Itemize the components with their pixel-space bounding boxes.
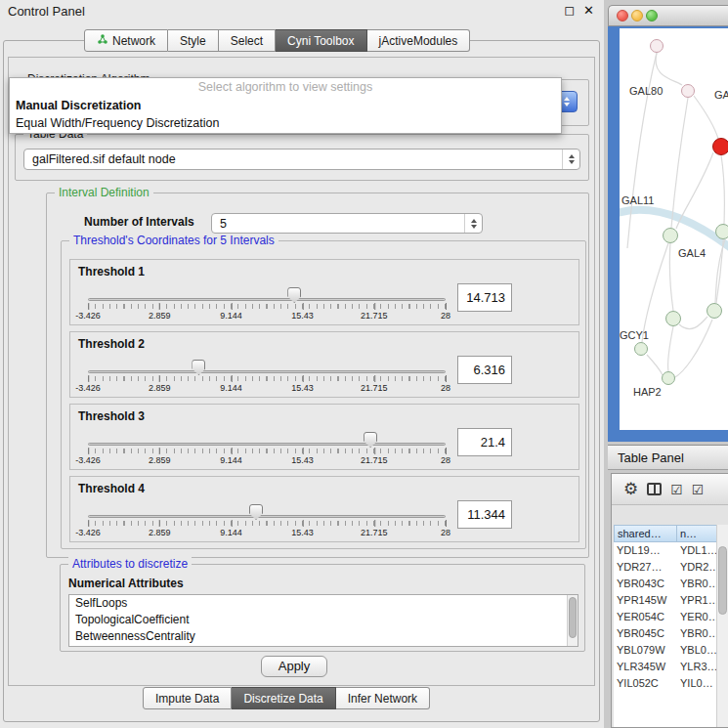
list-item[interactable]: SelfLoops [69, 595, 578, 612]
select-checkbox-icon[interactable]: ☑ [670, 483, 683, 496]
tick-label: 2.859 [149, 528, 171, 537]
close-traffic-light[interactable] [617, 10, 628, 21]
network-canvas[interactable]: GAL80GAGAL11GAL4GCY1HAP2 [620, 28, 728, 430]
table-row[interactable]: YLR345WYLR3… [614, 659, 728, 675]
tick-label: 9.144 [220, 528, 242, 537]
group-title: Threshold's Coordinates for 5 Intervals [69, 234, 278, 248]
tab-discretize-data[interactable]: Discretize Data [232, 687, 335, 709]
threshold-slider[interactable]: -3.4262.8599.14415.4321.71528 [88, 358, 446, 397]
network-window-body: GAL80GAGAL11GAL4GCY1HAP2 [608, 26, 728, 442]
list-item[interactable]: TopologicalCoefficient [69, 612, 578, 628]
float-button[interactable]: ◻ [564, 3, 575, 19]
settings-gear-icon[interactable]: ⚙ [623, 481, 638, 497]
slider-tick-labels: -3.4262.8599.14415.4321.71528 [88, 311, 446, 322]
combo-arrows-icon [562, 150, 579, 169]
dropdown-placeholder: Select algorithm to view settings [10, 78, 561, 97]
tick-label: 28 [441, 383, 450, 393]
close-button[interactable]: ✕ [583, 3, 594, 19]
selected-table: galFiltered.sif default node [24, 152, 562, 166]
table-header-row: shared… n… [614, 525, 728, 542]
zoom-traffic-light[interactable] [646, 10, 658, 21]
tab-network[interactable]: Network [84, 29, 168, 52]
table-row[interactable]: YDL19…YDL1… [614, 542, 728, 559]
top-tab-bar: Network Style Select Cyni Toolbox jActiv… [84, 29, 470, 52]
columns-icon[interactable] [647, 483, 662, 495]
network-window-titlebar[interactable] [608, 5, 728, 26]
table-row[interactable]: YDR27…YDR2… [614, 559, 728, 576]
threshold-value-field[interactable]: 14.713 [457, 283, 512, 312]
tick-label: 28 [441, 455, 450, 465]
network-node[interactable] [681, 84, 695, 98]
threshold-value-field[interactable]: 11.344 [457, 500, 512, 529]
table-row[interactable]: YBL079WYBL0… [614, 642, 728, 659]
scrollbar-thumb[interactable] [569, 597, 577, 638]
network-node-label: GCY1 [620, 329, 649, 341]
tick-label: 15.43 [291, 311, 314, 321]
network-node[interactable] [650, 39, 664, 53]
node-table: shared… n… YDL19…YDL1…YDR27…YDR2…YBR043C… [614, 525, 728, 727]
tab-cyni-toolbox[interactable]: Cyni Toolbox [276, 29, 366, 52]
bottom-tab-bar: Impute Data Discretize Data Infer Networ… [143, 687, 430, 709]
interval-definition-group: Interval Definition Number of Intervals … [46, 193, 589, 558]
tick-label: 21.715 [361, 383, 388, 393]
numerical-attributes-list[interactable]: SelfLoopsTopologicalCoefficientBetweenne… [68, 594, 578, 647]
tick-label: 2.859 [149, 383, 171, 393]
tick-label: 9.144 [220, 383, 242, 393]
network-node[interactable] [634, 342, 648, 356]
network-node[interactable] [715, 224, 728, 239]
cyni-toolbox-panel: Discretization Algorithm Select algorith… [8, 57, 595, 686]
tick-label: 28 [441, 311, 450, 321]
select-all-checkbox-icon[interactable]: ☑ [692, 483, 705, 496]
table-row[interactable]: YBR043CYBR0… [614, 576, 728, 592]
table-row[interactable]: YIL052CYIL0… [614, 675, 728, 692]
attributes-group: Attributes to discretize Numerical Attri… [60, 564, 585, 652]
table-window: ⚙ ☑ ☑ shared… n… YDL19…YDL1…YDR27…YDR2…Y… [611, 473, 728, 728]
network-node[interactable] [663, 228, 678, 243]
network-node-label: GAL80 [629, 85, 663, 97]
algorithm-dropdown-popup: Select algorithm to view settings Manual… [9, 77, 562, 134]
numerical-attributes-label: Numerical Attributes [68, 577, 184, 590]
tab-select[interactable]: Select [219, 29, 276, 52]
apply-button[interactable]: Apply [261, 656, 327, 677]
panel-title: Control Panel [8, 4, 85, 19]
network-node[interactable] [662, 371, 675, 385]
table-cell: YER054C [614, 609, 677, 625]
table-row[interactable]: YBR045CYBR0… [614, 625, 728, 642]
table-row[interactable]: YER054CYER0… [614, 609, 728, 625]
threshold-4-panel: Threshold 4 -3.4262.8599.14415.4321.7152… [69, 476, 579, 542]
tab-label: Infer Network [348, 692, 417, 706]
network-node[interactable] [712, 138, 728, 155]
intervals-count: 5 [212, 217, 464, 231]
threshold-value-field[interactable]: 6.316 [457, 356, 512, 384]
dropdown-option-manual[interactable]: Manual Discretization [10, 97, 561, 114]
threshold-value-field[interactable]: 21.4 [457, 428, 512, 456]
slider-track [88, 370, 446, 373]
tab-style[interactable]: Style [168, 29, 219, 52]
table-scrollbar[interactable] [716, 525, 728, 727]
threshold-slider[interactable]: -3.4262.8599.14415.4321.71528 [88, 285, 446, 324]
threshold-slider[interactable]: -3.4262.8599.14415.4321.71528 [88, 502, 446, 541]
tab-jactivemodules[interactable]: jActiveModules [367, 29, 471, 52]
minimize-traffic-light[interactable] [631, 10, 643, 21]
column-header-shared-name[interactable]: shared… [614, 525, 677, 542]
tick-label: 28 [441, 528, 450, 537]
network-node[interactable] [707, 303, 722, 319]
threshold-3-panel: Threshold 3 -3.4262.8599.14415.4321.7152… [69, 404, 579, 470]
dropdown-option-equal-width[interactable]: Equal Width/Frequency Discretization [10, 114, 561, 132]
network-node[interactable] [665, 311, 681, 326]
screen: Control Panel ◻ ✕ Network Style [0, 0, 728, 728]
number-of-intervals-select[interactable]: 5 [211, 213, 483, 234]
table-row[interactable]: YPR145WYPR1… [614, 592, 728, 609]
tick-label: 21.715 [361, 311, 388, 321]
list-item[interactable]: BetweennessCentrality [69, 628, 578, 645]
tab-impute-data[interactable]: Impute Data [143, 687, 232, 709]
table-data-select[interactable]: galFiltered.sif default node [23, 149, 580, 170]
list-scrollbar[interactable] [567, 595, 578, 646]
scrollbar-thumb[interactable] [718, 546, 727, 615]
threshold-slider[interactable]: -3.4262.8599.14415.4321.71528 [88, 430, 446, 469]
tick-label: 21.715 [361, 455, 388, 465]
tab-infer-network[interactable]: Infer Network [336, 687, 430, 709]
slider-tick-labels: -3.4262.8599.14415.4321.71528 [88, 528, 446, 539]
control-panel-titlebar: Control Panel ◻ ✕ [0, 0, 604, 21]
slider-ticks [88, 304, 446, 309]
